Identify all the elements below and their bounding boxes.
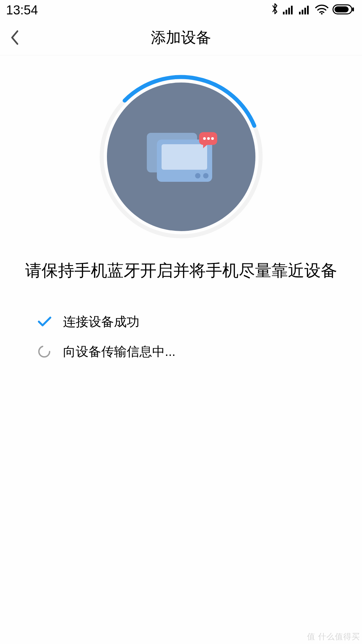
progress-hero xyxy=(0,74,362,240)
svg-rect-11 xyxy=(352,7,354,11)
signal-icon xyxy=(283,3,295,17)
svg-rect-4 xyxy=(299,12,301,14)
svg-rect-6 xyxy=(304,8,306,14)
back-button[interactable] xyxy=(10,20,19,55)
watermark: 值 什么值得买 xyxy=(307,631,360,642)
svg-point-19 xyxy=(203,137,206,140)
svg-rect-10 xyxy=(335,6,349,12)
svg-point-21 xyxy=(211,137,214,140)
wifi-icon xyxy=(315,3,328,17)
svg-rect-0 xyxy=(283,12,285,14)
spinner-icon xyxy=(37,344,52,359)
device-icon xyxy=(144,130,218,184)
page-title: 添加设备 xyxy=(151,28,211,48)
progress-ring xyxy=(98,74,264,240)
svg-rect-2 xyxy=(288,8,290,14)
signal-icon-2 xyxy=(299,3,311,17)
svg-rect-7 xyxy=(307,6,309,14)
svg-point-22 xyxy=(39,346,50,357)
svg-point-17 xyxy=(203,173,208,178)
device-illustration xyxy=(107,83,255,231)
step-item: 向设备传输信息中... xyxy=(37,343,362,360)
battery-icon xyxy=(333,3,355,17)
instruction-text: 请保持手机蓝牙开启并将手机尽量靠近设备 xyxy=(0,258,362,283)
bluetooth-icon xyxy=(271,3,279,18)
chevron-left-icon xyxy=(10,30,19,45)
svg-point-8 xyxy=(321,13,323,14)
status-time: 13:54 xyxy=(6,3,38,17)
check-icon xyxy=(37,314,52,329)
status-bar: 13:54 xyxy=(0,0,362,20)
step-label: 连接设备成功 xyxy=(63,313,139,330)
title-bar: 添加设备 xyxy=(0,20,362,55)
status-icons xyxy=(271,3,355,18)
svg-rect-1 xyxy=(286,10,287,14)
svg-rect-5 xyxy=(302,10,303,14)
svg-rect-3 xyxy=(291,6,293,14)
svg-point-20 xyxy=(207,137,210,140)
svg-rect-15 xyxy=(162,144,207,170)
step-item: 连接设备成功 xyxy=(37,313,362,330)
step-label: 向设备传输信息中... xyxy=(63,343,176,360)
svg-point-16 xyxy=(195,173,200,178)
steps-list: 连接设备成功 向设备传输信息中... xyxy=(0,313,362,360)
